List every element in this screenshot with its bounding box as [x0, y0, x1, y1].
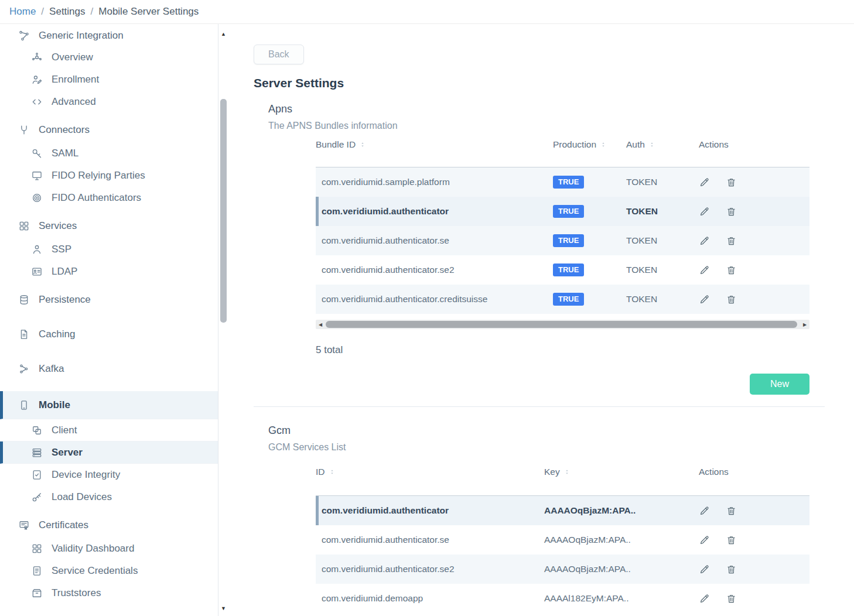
scroll-right-icon[interactable]: ▶ [800, 320, 809, 329]
table-row[interactable]: com.veridiumid.sample.platform TRUE TOKE… [316, 167, 809, 197]
sidebar-item-label: Persistence [39, 294, 91, 306]
sort-icon[interactable] [649, 141, 655, 149]
sidebar-item-device-integrity[interactable]: Device Integrity [0, 464, 218, 486]
sidebar-item-services[interactable]: Services [0, 214, 218, 238]
new-button[interactable]: New [750, 374, 809, 395]
table-row[interactable]: com.veridiumid.authenticator.se AAAAOqBj… [316, 525, 809, 555]
delete-icon[interactable] [726, 265, 737, 276]
table-row[interactable]: com.veridiumid.authenticator.se2 AAAAOqB… [316, 555, 809, 584]
sidebar-scrollbar[interactable]: ▲ ▼ [219, 24, 228, 616]
breadcrumb-settings-link[interactable]: Settings [49, 6, 85, 18]
column-header-bundle-id[interactable]: Bundle ID [316, 139, 553, 150]
column-header-key[interactable]: Key [544, 467, 699, 477]
sidebar-item-label: Connectors [39, 124, 90, 136]
sidebar-item-label: Generic Integration [39, 30, 124, 42]
delete-icon[interactable] [726, 206, 737, 217]
gcm-section-header: Gcm GCM Services List [254, 425, 854, 453]
column-header-auth[interactable]: Auth [626, 139, 699, 150]
sidebar-item-label: SAML [52, 148, 78, 159]
sidebar-item-label: Truststores [52, 587, 101, 599]
sidebar-item-connectors[interactable]: Connectors [0, 118, 218, 142]
column-label: Bundle ID [316, 139, 356, 150]
sidebar-item-service-credentials[interactable]: Service Credentials [0, 560, 218, 582]
scroll-up-icon[interactable]: ▲ [219, 31, 228, 37]
key-cell: AAAAOqBjazM:APA.. [544, 505, 699, 516]
gcm-table-header: ID Key Actions [316, 453, 809, 496]
table-row[interactable]: com.veridiumid.authenticator AAAAOqBjazM… [316, 496, 809, 525]
sidebar-item-load-devices[interactable]: Load Devices [0, 486, 218, 508]
key-diagonal-icon [31, 491, 43, 503]
key-cell: AAAAOqBjazM:APA.. [544, 535, 699, 545]
sidebar-item-label: SSP [52, 244, 71, 255]
sidebar-item-truststores[interactable]: Truststores [0, 582, 218, 604]
file-icon [18, 328, 30, 340]
sort-icon[interactable] [564, 468, 570, 476]
delete-icon[interactable] [726, 593, 737, 604]
sidebar-item-ldap[interactable]: LDAP [0, 261, 218, 283]
table-row[interactable]: com.veridiumid.authenticator TRUE TOKEN [316, 197, 809, 226]
sidebar-item-generic-integration[interactable]: Generic Integration [0, 25, 218, 46]
column-header-production[interactable]: Production [553, 139, 626, 150]
table-row[interactable]: com.veridiumid.authenticator.se TRUE TOK… [316, 226, 809, 255]
sidebar-item-fido-relying-parties[interactable]: FIDO Relying Parties [0, 165, 218, 187]
delete-icon[interactable] [726, 564, 737, 575]
gcm-subtitle: GCM Services List [268, 442, 854, 453]
scrollbar-thumb[interactable] [326, 321, 797, 328]
bundle-id-cell: com.veridiumid.sample.platform [322, 177, 553, 187]
sort-icon[interactable] [329, 468, 335, 476]
column-header-id[interactable]: ID [316, 467, 544, 477]
delete-icon[interactable] [726, 177, 737, 188]
edit-icon[interactable] [699, 206, 710, 217]
scrollbar-thumb[interactable] [220, 99, 227, 323]
sidebar-item-overview[interactable]: Overview [0, 46, 218, 69]
edit-icon[interactable] [699, 593, 710, 604]
edit-icon[interactable] [699, 505, 710, 516]
edit-icon[interactable] [699, 535, 710, 546]
section-divider [254, 406, 825, 407]
breadcrumb-home-link[interactable]: Home [9, 6, 36, 18]
table-row[interactable]: com.veridiumid.authenticator.se2 TRUE TO… [316, 255, 809, 285]
edit-icon[interactable] [699, 235, 710, 247]
sidebar-item-label: Server [52, 447, 83, 458]
sort-icon[interactable] [600, 141, 606, 149]
back-button[interactable]: Back [254, 45, 304, 64]
sidebar-item-validity-dashboard[interactable]: Validity Dashboard [0, 538, 218, 560]
auth-cell: TOKEN [626, 265, 699, 275]
sidebar-item-fido-authenticators[interactable]: FIDO Authenticators [0, 187, 218, 209]
edit-icon[interactable] [699, 294, 710, 305]
apns-table: Bundle ID Production Auth Actions com.ve… [316, 131, 809, 395]
delete-icon[interactable] [726, 505, 737, 516]
auth-cell: TOKEN [626, 177, 699, 187]
delete-icon[interactable] [726, 235, 737, 247]
document-lines-icon [31, 565, 43, 577]
monitor-icon [31, 170, 43, 182]
sidebar-item-saml[interactable]: SAML [0, 142, 218, 165]
delete-icon[interactable] [726, 535, 737, 546]
sidebar-item-enrollment[interactable]: Enrollment [0, 69, 218, 91]
table-row[interactable]: com.veridiumid.demoapp AAAAl182EyM:APA.. [316, 584, 809, 613]
production-badge: TRUE [553, 176, 584, 189]
sidebar-item-caching[interactable]: Caching [0, 322, 218, 347]
sidebar-item-ssp[interactable]: SSP [0, 238, 218, 261]
scroll-down-icon[interactable]: ▼ [219, 605, 228, 611]
production-badge: TRUE [553, 293, 584, 306]
edit-icon[interactable] [699, 177, 710, 188]
sidebar-item-client[interactable]: Client [0, 419, 218, 442]
sidebar-nav: Generic Integration Overview Enrollment … [0, 24, 218, 616]
edit-icon[interactable] [699, 564, 710, 575]
sidebar-item-kafka[interactable]: Kafka [0, 357, 218, 381]
sidebar-item-label: Mobile [39, 399, 70, 411]
table-horizontal-scrollbar[interactable]: ◀ ▶ [316, 320, 809, 329]
id-cell: com.veridiumid.authenticator [322, 505, 544, 516]
apns-table-header: Bundle ID Production Auth Actions [316, 131, 809, 167]
scroll-left-icon[interactable]: ◀ [316, 320, 325, 329]
delete-icon[interactable] [726, 294, 737, 305]
sidebar-item-mobile[interactable]: Mobile [0, 391, 218, 419]
sidebar-item-persistence[interactable]: Persistence [0, 288, 218, 312]
sidebar-item-advanced[interactable]: Advanced [0, 91, 218, 113]
edit-icon[interactable] [699, 265, 710, 276]
sort-icon[interactable] [360, 141, 365, 149]
sidebar-item-server[interactable]: Server [0, 442, 218, 464]
sidebar-item-certificates[interactable]: Certificates [0, 513, 218, 538]
table-row[interactable]: com.veridiumid.authenticator.creditsuiss… [316, 285, 809, 314]
